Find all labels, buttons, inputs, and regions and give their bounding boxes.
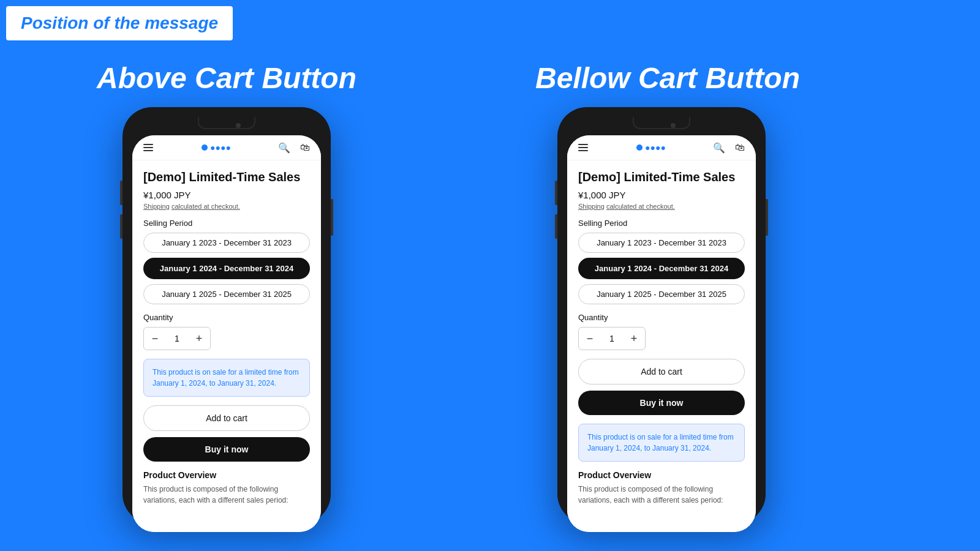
period-option-2-left[interactable]: January 1 2025 - December 31 2025 [143,284,310,304]
shipping-link-right[interactable]: Shipping [578,203,605,210]
promo-text-right: This product is on sale for a limited ti… [587,432,736,454]
add-to-cart-left[interactable]: Add to cart [143,405,310,431]
qty-value-left: 1 [166,334,188,343]
header-title: Position of the message [21,13,218,33]
buy-now-left[interactable]: Buy it now [143,437,310,462]
qty-minus-left[interactable]: − [144,328,166,350]
nav-icons-left: 🔍 🛍 [278,141,311,154]
shipping-right: Shipping calculated at checkout. [578,203,745,210]
shipping-note-left: calculated at checkout. [172,203,240,210]
phone-left: ●●●● 🔍 🛍 [Demo] Limited-Time Sales ¥1,00… [123,107,331,523]
buy-now-right[interactable]: Buy it now [578,391,745,415]
side-btn-right-phone-left-1 [555,181,557,205]
product-price-left: ¥1,000 JPY [143,190,310,200]
notch-dot-left [236,123,241,128]
logo-right: ●●●● [636,143,666,152]
left-section-title: Above Cart Button [97,61,356,95]
right-section-title: Bellow Cart Button [535,61,800,95]
product-price-right: ¥1,000 JPY [578,190,745,200]
period-option-0-left[interactable]: January 1 2023 - December 31 2023 [143,233,310,253]
shipping-link-left[interactable]: Shipping [143,203,170,210]
phone-screen-right: ●●●● 🔍 🛍 [Demo] Limited-Time Sales ¥1,00… [567,135,756,532]
qty-value-right: 1 [601,334,623,343]
shipping-note-right: calculated at checkout. [606,203,675,210]
add-to-cart-right[interactable]: Add to cart [578,359,745,384]
nav-icons-right: 🔍 🛍 [713,141,746,154]
promo-text-left: This product is on sale for a limited ti… [153,367,301,389]
quantity-control-right: − 1 + [578,327,646,350]
hamburger-icon-right[interactable] [577,143,589,152]
quantity-label-right: Quantity [578,313,745,322]
phone-content-left: [Demo] Limited-Time Sales ¥1,000 JPY Shi… [132,160,321,532]
side-btn-right-phone-right [766,199,768,236]
quantity-control-left: − 1 + [143,327,211,350]
period-options-left: January 1 2023 - December 31 2023 Januar… [143,233,310,304]
selling-period-label-left: Selling Period [143,219,310,228]
product-title-left: [Demo] Limited-Time Sales [143,169,310,185]
notch-dot-right [671,123,676,128]
cart-icon-left[interactable]: 🛍 [299,141,311,154]
qty-minus-right[interactable]: − [579,328,601,350]
side-btn-left-2 [120,214,123,239]
header-tag: Position of the message [6,6,233,40]
promo-message-right: This product is on sale for a limited ti… [578,424,745,462]
phone-screen-left: ●●●● 🔍 🛍 [Demo] Limited-Time Sales ¥1,00… [132,135,321,532]
product-desc-right: This product is composed of the followin… [578,484,745,506]
logo-text-left: ●●●● [210,143,231,152]
side-btn-left-1 [120,181,123,205]
phone-notch-right [567,117,756,134]
phone-nav-right: ●●●● 🔍 🛍 [567,135,756,160]
logo-dot-left [202,144,208,151]
phone-content-right: [Demo] Limited-Time Sales ¥1,000 JPY Shi… [567,160,756,532]
period-option-1-right[interactable]: January 1 2024 - December 31 2024 [578,258,745,279]
selling-period-label-right: Selling Period [578,219,745,228]
product-overview-title-right: Product Overview [578,470,745,480]
hamburger-icon-left[interactable] [142,143,154,152]
phone-notch-left [132,117,321,134]
qty-plus-right[interactable]: + [623,328,645,350]
search-icon-right[interactable]: 🔍 [713,141,725,154]
period-option-1-left[interactable]: January 1 2024 - December 31 2024 [143,258,310,279]
logo-left: ●●●● [202,143,231,152]
promo-message-left: This product is on sale for a limited ti… [143,359,310,397]
qty-plus-left[interactable]: + [188,328,210,350]
logo-text-right: ●●●● [645,143,666,152]
shipping-left: Shipping calculated at checkout. [143,203,310,210]
period-option-2-right[interactable]: January 1 2025 - December 31 2025 [578,284,745,304]
quantity-label-left: Quantity [143,313,310,322]
logo-dot-right [636,144,643,151]
period-options-right: January 1 2023 - December 31 2023 Januar… [578,233,745,304]
side-btn-right [331,199,333,236]
period-option-0-right[interactable]: January 1 2023 - December 31 2023 [578,233,745,253]
phone-right: ●●●● 🔍 🛍 [Demo] Limited-Time Sales ¥1,00… [557,107,766,523]
product-title-right: [Demo] Limited-Time Sales [578,169,745,185]
side-btn-right-phone-left-2 [555,214,557,239]
phone-nav-left: ●●●● 🔍 🛍 [132,135,321,160]
product-desc-left: This product is composed of the followin… [143,484,310,506]
product-overview-title-left: Product Overview [143,470,310,480]
cart-icon-right[interactable]: 🛍 [734,141,746,154]
search-icon-left[interactable]: 🔍 [278,141,290,154]
